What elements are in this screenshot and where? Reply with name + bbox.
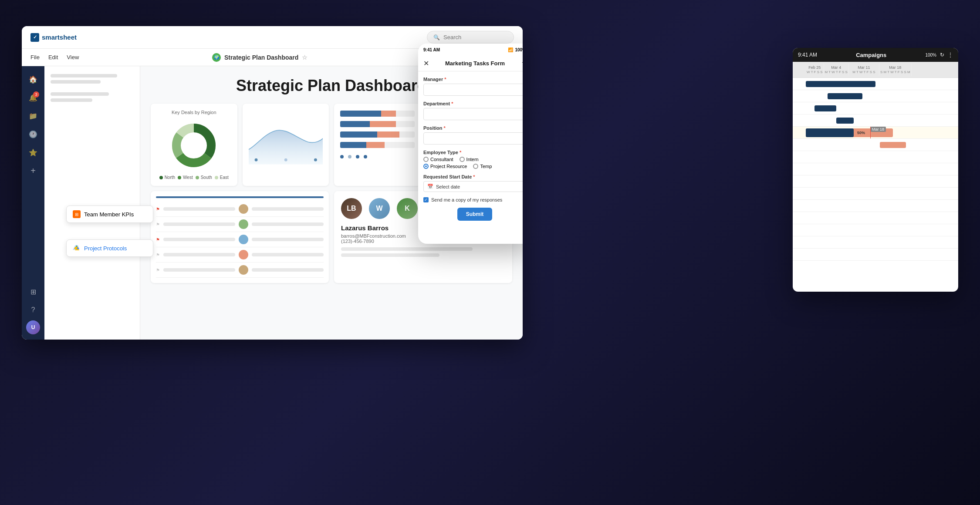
list-row-4: ⚑ — [156, 247, 324, 263]
flag-gray-1: ⚑ — [156, 222, 160, 227]
gantt-row-11 — [793, 200, 958, 212]
radio-project-resource[interactable]: Project Resource — [423, 164, 467, 169]
search-input[interactable] — [443, 34, 507, 40]
donut-chart-title: Key Deals by Region — [157, 110, 231, 115]
manager-input[interactable] — [423, 84, 523, 96]
avatar-lazarus: LB — [341, 198, 362, 219]
menu-view[interactable]: View — [67, 54, 79, 61]
date-picker[interactable]: 📅 Select date — [423, 181, 523, 192]
radio-project-resource-label: Project Resource — [430, 164, 467, 169]
gantt-row-4 — [793, 114, 958, 127]
mobile-header: ✕ Marketing Tasks Form ⬆ — [418, 56, 523, 71]
gantt-window: 9:41 AM Campaigns 100% ↻ ⋮ Feb 25W T F S… — [793, 48, 958, 292]
checkbox-copy[interactable]: ✓ Send me a copy of my responses — [423, 197, 523, 202]
gantt-row-10 — [793, 188, 958, 200]
sidebar-files[interactable]: 📁 — [25, 108, 41, 124]
sidebar-add[interactable]: + — [25, 163, 41, 178]
sidebar-help[interactable]: ? — [25, 302, 41, 318]
mobile-status-bar: 9:41 AM 📶 100% — [418, 44, 523, 56]
department-input[interactable] — [423, 108, 523, 120]
list-widget: ⚑ ⚑ ⚑ — [151, 191, 329, 283]
logo-text: smartsheet — [42, 34, 77, 41]
mobile-wifi-icon: 📶 — [508, 47, 513, 52]
contact-name: Lazarus Barros — [341, 224, 389, 232]
mobile-time: 9:41 AM — [423, 47, 440, 52]
gantt-date-mar4: Mar 4M T W T F S S — [824, 64, 849, 76]
menu-edit[interactable]: Edit — [48, 54, 58, 61]
logo: ✓ smartsheet — [30, 33, 77, 42]
gantt-row-5: 50% Mar 18 — [793, 127, 958, 139]
nav-tooltip-kpis[interactable]: ⊞ Team Member KPIs — [66, 205, 153, 223]
gantt-date-mar11: Mar 11M T W T F S S — [849, 64, 879, 76]
browser-window: ✓ smartsheet 🔍 File Edit View 🌍 Strategi… — [22, 26, 523, 340]
doc-title: Strategic Plan Dashboard — [224, 54, 298, 61]
gantt-more-icon[interactable]: ⋮ — [948, 52, 953, 58]
contact-avatars: LB W K — [341, 198, 418, 219]
sidebar-home[interactable]: 🏠 — [25, 71, 41, 87]
avatar-3: K — [397, 198, 418, 219]
left-panel: ⊞ Team Member KPIs — [44, 66, 140, 340]
mobile-share-icon[interactable]: ⬆ — [521, 60, 523, 67]
star-icon[interactable]: ☆ — [302, 54, 308, 61]
bar-row-2 — [340, 120, 415, 128]
bar-row-1 — [340, 110, 415, 118]
donut-container: North West South — [157, 119, 231, 180]
flag-gray-3: ⚑ — [156, 268, 160, 273]
gantt-date-feb25: Feb 25W T F S S — [806, 64, 824, 76]
gantt-row-8 — [793, 163, 958, 175]
radio-intern[interactable]: Intern — [460, 157, 479, 162]
sidebar-notifications[interactable]: 🔔 3 — [25, 90, 41, 105]
submit-button[interactable]: Submit — [457, 208, 493, 221]
notification-badge: 3 — [33, 91, 39, 98]
radio-temp-circle — [473, 164, 478, 169]
gantt-row-15 — [793, 249, 958, 261]
donut-legend: North West South — [159, 175, 229, 180]
radio-intern-label: Intern — [466, 157, 479, 162]
form-field-start-date: Requested Start Date * 📅 Select date — [423, 174, 523, 192]
kpi-icon: ⊞ — [73, 210, 81, 218]
legend-north: North — [159, 175, 175, 180]
gantt-row-14 — [793, 236, 958, 249]
mobile-form: 9:41 AM 📶 100% ✕ Marketing Tasks Form ⬆ … — [418, 44, 523, 244]
gantt-refresh-icon[interactable]: ↻ — [940, 52, 944, 58]
form-label-position: Position * — [423, 125, 523, 131]
sidebar-starred[interactable]: ⭐ — [25, 145, 41, 160]
checkbox-label: Send me a copy of my responses — [431, 197, 502, 202]
radio-row-1: Consultant Intern — [423, 157, 523, 162]
list-row-2: ⚑ — [156, 217, 324, 232]
bar-row-4 — [340, 141, 415, 149]
gantt-row-3 — [793, 102, 958, 114]
gantt-row-12 — [793, 212, 958, 224]
bar-chart-widget — [334, 104, 421, 186]
mobile-close-icon[interactable]: ✕ — [423, 59, 429, 67]
flag-red-2: ⚑ — [156, 237, 160, 242]
nav-tooltip-protocols[interactable]: Project Protocols — [66, 239, 153, 257]
form-label-employee-type: Employee Type * — [423, 150, 523, 155]
radio-row-2: Project Resource Temp — [423, 164, 523, 169]
sidebar-apps[interactable]: ⊞ — [25, 284, 41, 300]
position-input[interactable] — [423, 132, 523, 145]
avatar-2: W — [369, 198, 390, 219]
gantt-title: Campaigns — [856, 52, 886, 58]
gantt-row-2 — [793, 90, 958, 102]
radio-temp[interactable]: Temp — [473, 164, 492, 169]
gantt-row-9 — [793, 175, 958, 188]
doc-icon: 🌍 — [212, 53, 221, 62]
calendar-icon: 📅 — [427, 184, 433, 189]
checkbox-icon: ✓ — [423, 197, 429, 202]
sidebar-avatar[interactable]: U — [26, 320, 40, 334]
legend-west: West — [178, 175, 193, 180]
menu-file[interactable]: File — [30, 54, 40, 61]
nav-protocols-label: Project Protocols — [84, 245, 127, 252]
area-chart-svg — [249, 110, 323, 171]
radio-intern-circle — [460, 157, 465, 162]
list-row-1: ⚑ — [156, 202, 324, 217]
radio-consultant[interactable]: Consultant — [423, 157, 453, 162]
area-chart-widget — [243, 104, 329, 186]
sidebar-recent[interactable]: 🕐 — [25, 126, 41, 142]
bar-row-3 — [340, 131, 415, 138]
svg-point-10 — [284, 158, 287, 162]
legend-east: East — [215, 175, 229, 180]
list-row-5: ⚑ — [156, 263, 324, 278]
search-container[interactable]: 🔍 — [427, 31, 514, 44]
